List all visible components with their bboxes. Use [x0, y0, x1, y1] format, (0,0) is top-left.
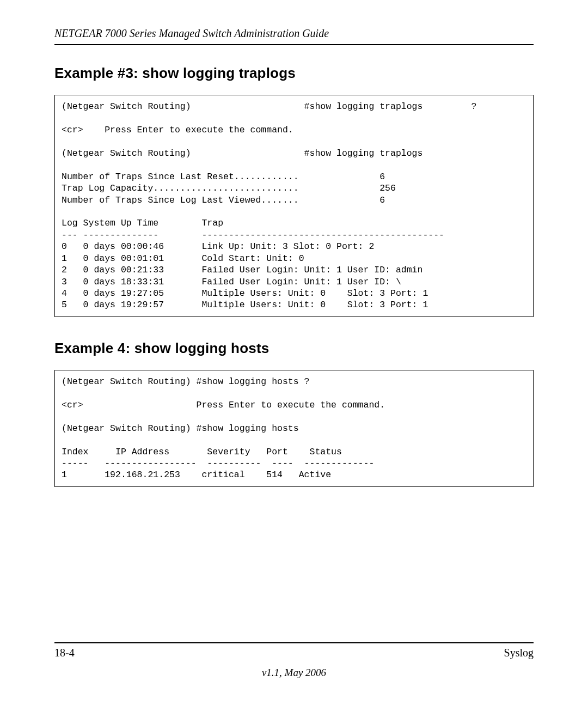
page-header: NETGEAR 7000 Series Managed Switch Admin…	[54, 27, 534, 45]
footer-line: 18-4 Syslog	[54, 642, 534, 659]
footer-page-number: 18-4	[54, 647, 75, 659]
header-title: NETGEAR 7000 Series Managed Switch Admin…	[54, 27, 329, 39]
footer-version: v1.1, May 2006	[54, 667, 534, 679]
example4-heading: Example 4: show logging hosts	[54, 340, 534, 357]
example4-code: (Netgear Switch Routing) #show logging h…	[54, 370, 534, 487]
example3-heading: Example #3: show logging traplogs	[54, 65, 534, 82]
footer-chapter: Syslog	[504, 647, 534, 659]
example3-code: (Netgear Switch Routing) #show logging t…	[54, 95, 534, 317]
page-footer: 18-4 Syslog v1.1, May 2006	[54, 642, 534, 679]
